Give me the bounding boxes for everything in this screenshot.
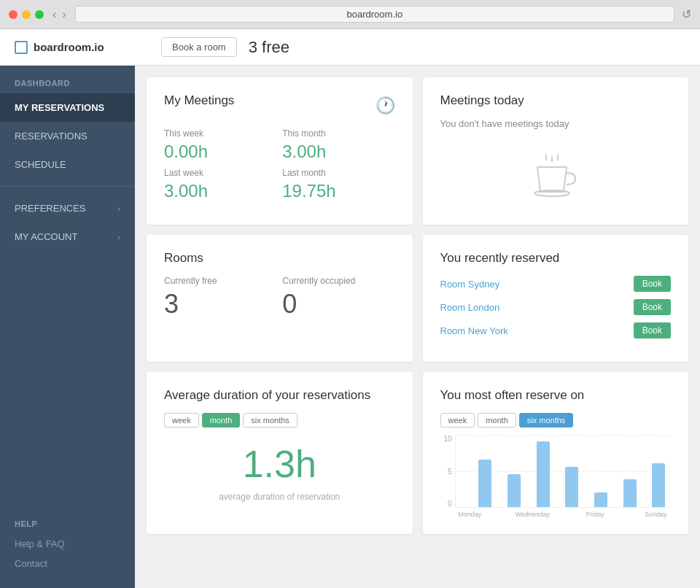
chevron-right-icon: › [117,233,120,241]
y-label-10: 10 [440,435,452,443]
sidebar-item-label: RESERVATIONS [15,131,88,142]
stat-last-month: Last month 19.75h [282,168,394,201]
sidebar-item-label: PREFERENCES [15,203,86,214]
avg-duration-sub: average duration of reservation [164,492,395,502]
y-label-0: 0 [440,500,452,508]
reload-button[interactable]: ↺ [682,7,691,21]
reserved-list: Room Sydney Book Room London Book Room N… [440,276,672,339]
bar-sunday-bar [652,463,665,507]
meetings-today-title: Meetings today [440,93,672,108]
sidebar: DASHBOARD MY RESERVATIONS RESERVATIONS S… [0,66,135,588]
my-meetings-title: My Meetings [164,93,234,108]
forward-button[interactable]: › [61,8,67,21]
x-label-monday: Monday [455,511,486,518]
bar-saturday [618,479,642,507]
dashboard-grid: My Meetings 🕐 This week 0.00h This month… [147,77,688,534]
filter-six-months[interactable]: six months [243,413,298,428]
app-layout: DASHBOARD MY RESERVATIONS RESERVATIONS S… [0,29,700,588]
reserved-item-london: Room London Book [440,299,672,315]
nav-arrows: ‹ › [51,8,68,21]
bar-monday-bar [478,460,491,507]
clock-icon: 🕐 [376,96,395,115]
filter-month[interactable]: month [202,413,241,428]
stat-currently-free: Currently free 3 [164,276,276,320]
sidebar-item-my-reservations[interactable]: MY RESERVATIONS [0,93,135,122]
bar-tuesday [502,474,526,507]
bar-wednesday [531,441,556,507]
bar-saturday-bar [623,479,637,507]
meetings-today-empty: You don't have meetings today [440,118,672,129]
minimize-button[interactable] [22,10,31,19]
x-label-tue [485,511,516,518]
meetings-stats-grid: This week 0.00h This month 3.00h Last we… [164,128,395,201]
logo-icon [15,41,28,54]
book-room-button[interactable]: Book a room [161,37,237,57]
x-label-wednesday: Wednesday [516,511,550,518]
bar-thursday [559,467,584,507]
stat-currently-occupied: Currently occupied 0 [282,276,394,320]
bar-friday [588,492,613,507]
recently-reserved-card: You recently reserved Room Sydney Book R… [423,235,689,362]
x-label-sat [610,511,641,518]
room-link-sydney[interactable]: Room Sydney [440,279,500,290]
stat-this-month: This month 3.00h [282,128,394,162]
rooms-title: Rooms [164,251,395,266]
recently-reserved-title: You recently reserved [440,251,672,266]
filter-week[interactable]: week [164,413,199,428]
chart-filter-six-months[interactable]: six months [519,413,574,428]
topbar: boardroom.io Book a room 3 free [0,29,700,66]
stat-last-week: Last week 3.00h [164,168,276,201]
avg-duration-title: Average duration of your reservations [164,388,395,403]
chevron-right-icon: › [117,204,120,213]
reserve-on-card: You most often reserve on week month six… [423,372,689,534]
url-bar[interactable]: boardroom.io [75,6,674,23]
close-button[interactable] [9,10,18,19]
sidebar-link-contact[interactable]: Contact [0,554,135,573]
sidebar-item-label: MY ACCOUNT [15,231,77,242]
sidebar-item-label: SCHEDULE [15,159,66,170]
my-meetings-card: My Meetings 🕐 This week 0.00h This month… [147,77,413,225]
book-newyork-button[interactable]: Book [634,322,671,339]
x-label-thu [550,511,580,518]
bar-monday [473,460,498,507]
avg-duration-value: 1.3h [164,442,395,486]
chart-bars-wrap [455,435,672,508]
sidebar-item-preferences[interactable]: PREFERENCES › [0,194,135,223]
reserved-item-newyork: Room New York Book [440,322,672,339]
my-meetings-header: My Meetings 🕐 [164,93,395,118]
book-london-button[interactable]: Book [634,299,671,315]
avg-duration-filters: week month six months [164,413,395,428]
logo-area: boardroom.io [15,41,149,54]
sidebar-item-schedule[interactable]: SCHEDULE [0,150,135,179]
browser-chrome: ‹ › boardroom.io ↺ [0,0,700,29]
traffic-lights [9,10,44,19]
book-sydney-button[interactable]: Book [634,276,671,292]
free-count: 3 free [249,38,289,57]
bar-friday-bar [594,492,607,507]
rooms-card: Rooms Currently free 3 Currently occupie… [147,235,413,362]
chart-filter-month[interactable]: month [478,413,516,428]
reserve-on-filters: week month six months [440,413,672,428]
bar-chart: 10 5 0 [440,435,672,518]
back-button[interactable]: ‹ [51,8,58,21]
avg-duration-card: Average duration of your reservations we… [147,372,413,534]
dashboard-label: DASHBOARD [0,66,135,93]
chart-filter-week[interactable]: week [440,413,475,428]
maximize-button[interactable] [35,10,44,19]
sidebar-divider [0,186,135,187]
y-label-5: 5 [440,468,452,476]
reserve-on-title: You most often reserve on [440,388,672,403]
bar-tuesday-bar [508,474,521,507]
help-label: HELP [0,506,135,534]
room-link-london[interactable]: Room London [440,302,500,313]
sidebar-link-help-faq[interactable]: Help & FAQ [0,534,135,554]
sidebar-item-reservations[interactable]: RESERVATIONS [0,122,135,150]
stat-this-week: This week 0.00h [164,128,276,162]
x-label-sunday: Sunday [640,511,671,518]
sidebar-item-my-account[interactable]: MY ACCOUNT › [0,223,135,251]
coffee-cup-icon [440,147,672,209]
bar-sunday [646,463,671,507]
x-label-friday: Friday [580,511,610,518]
room-link-newyork[interactable]: Room New York [440,325,508,336]
rooms-stats-grid: Currently free 3 Currently occupied 0 [164,276,395,320]
